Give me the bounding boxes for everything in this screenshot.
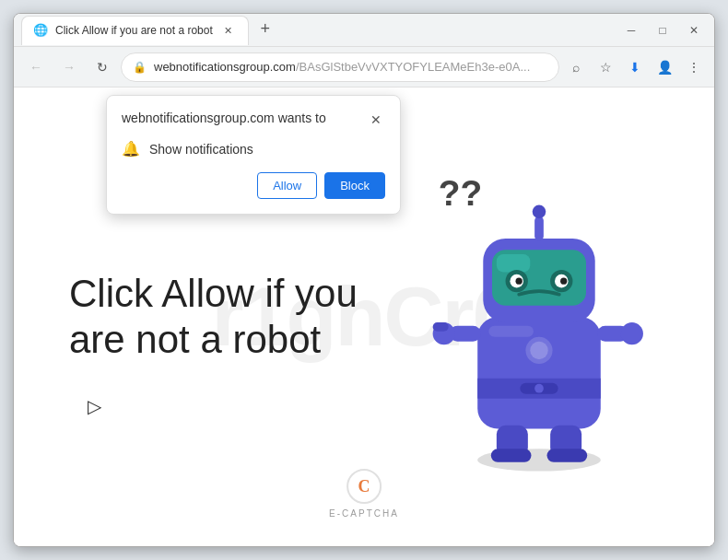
window-controls: ─ □ ✕ xyxy=(618,18,707,43)
svg-text:C: C xyxy=(358,477,370,496)
svg-rect-11 xyxy=(497,254,530,272)
ecaptcha-branding: C E-CAPTCHA xyxy=(329,468,399,519)
forward-button[interactable]: → xyxy=(54,52,84,82)
url-text: webnotificationsgroup.com/BAsGlStbeVvVXT… xyxy=(154,60,547,74)
notification-popup: webnotificationsgroup.com wants to ✕ 🔔 S… xyxy=(106,95,401,215)
close-button[interactable]: ✕ xyxy=(681,18,707,43)
tab-title: Click Allow if you are not a robot xyxy=(55,24,213,37)
url-path: /BAsGlStbeVvVXTYOFYLEAMeEh3e-e0A... xyxy=(296,60,530,74)
menu-icon[interactable]: ⋮ xyxy=(681,54,707,80)
allow-button[interactable]: Allow xyxy=(257,172,317,199)
reload-button[interactable]: ↻ xyxy=(88,52,117,82)
lock-icon: 🔒 xyxy=(133,61,147,74)
popup-buttons: Allow Block xyxy=(122,172,385,199)
svg-rect-28 xyxy=(547,449,588,462)
svg-point-17 xyxy=(560,278,567,285)
tab-close-button[interactable]: ✕ xyxy=(220,22,237,39)
back-button[interactable]: ← xyxy=(21,52,51,82)
svg-point-24 xyxy=(621,322,643,344)
svg-rect-18 xyxy=(534,216,544,241)
browser-window: 🌐 Click Allow if you are not a robot ✕ +… xyxy=(13,13,715,547)
svg-rect-27 xyxy=(491,449,532,462)
address-bar: ← → ↻ 🔒 webnotificationsgroup.com/BAsGlS… xyxy=(14,47,714,88)
active-tab[interactable]: 🌐 Click Allow if you are not a robot ✕ xyxy=(21,16,249,45)
download-icon[interactable]: ⬇ xyxy=(622,54,648,80)
svg-text:??: ?? xyxy=(439,173,482,213)
svg-point-8 xyxy=(530,342,547,359)
tab-favicon: 🌐 xyxy=(33,23,48,38)
robot-illustration: ?? xyxy=(419,160,659,473)
search-icon[interactable]: ⌕ xyxy=(563,54,589,80)
hero-text: Click Allow if you are not a robot xyxy=(69,271,364,364)
cursor: ▷ xyxy=(88,395,101,417)
svg-point-6 xyxy=(534,384,544,393)
minimize-button[interactable]: ─ xyxy=(618,18,644,43)
page-content: r1ghCr0 webnotificationsgroup.com wants … xyxy=(14,88,714,546)
url-bar[interactable]: 🔒 webnotificationsgroup.com/BAsGlStbeVvV… xyxy=(121,52,559,82)
svg-rect-3 xyxy=(488,326,534,337)
profile-icon[interactable]: 👤 xyxy=(652,54,677,80)
svg-point-16 xyxy=(516,278,523,285)
popup-permission-text: Show notifications xyxy=(149,142,253,157)
svg-rect-22 xyxy=(433,322,449,332)
popup-title: webnotificationsgroup.com wants to xyxy=(122,111,326,125)
maximize-button[interactable]: □ xyxy=(650,18,675,43)
bookmark-icon[interactable]: ☆ xyxy=(593,54,618,80)
popup-close-button[interactable]: ✕ xyxy=(367,111,385,129)
new-tab-button[interactable]: + xyxy=(252,17,278,42)
title-bar: 🌐 Click Allow if you are not a robot ✕ +… xyxy=(14,14,714,47)
bell-icon: 🔔 xyxy=(122,140,140,158)
popup-permission: 🔔 Show notifications xyxy=(122,140,385,158)
block-button[interactable]: Block xyxy=(324,172,385,199)
ecaptcha-label: E-CAPTCHA xyxy=(329,508,399,519)
popup-header: webnotificationsgroup.com wants to ✕ xyxy=(122,111,385,129)
svg-point-19 xyxy=(533,205,546,219)
url-domain: webnotificationsgroup.com xyxy=(154,60,296,74)
